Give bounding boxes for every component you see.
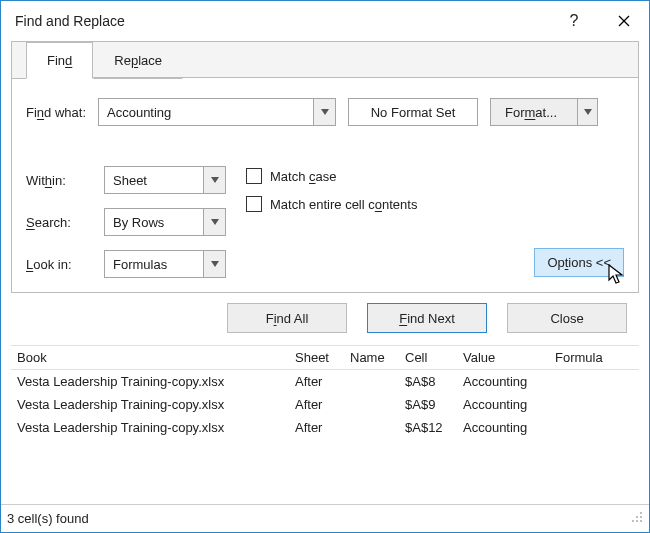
search-combo[interactable]: By Rows	[104, 208, 226, 236]
col-value[interactable]: Value	[463, 350, 555, 365]
close-icon	[618, 15, 630, 27]
results-table: Book Sheet Name Cell Value Formula Vesta…	[11, 345, 639, 439]
tab-replace[interactable]: Replace	[93, 42, 183, 79]
format-button[interactable]: Format...	[490, 98, 598, 126]
tab-find[interactable]: Find	[26, 42, 93, 79]
col-book[interactable]: Book	[17, 350, 295, 365]
chevron-down-icon[interactable]	[203, 251, 225, 277]
search-label: Search:	[26, 215, 96, 230]
lookin-combo[interactable]: Formulas	[104, 250, 226, 278]
cell-book: Vesta Leadership Training-copy.xlsx	[17, 397, 295, 412]
match-case-label: Match case	[270, 169, 336, 184]
svg-point-7	[640, 520, 642, 522]
titlebar: Find and Replace ?	[1, 1, 649, 41]
find-next-button[interactable]: Find Next	[367, 303, 487, 333]
cell-ref: $A$8	[405, 374, 463, 389]
results-header: Book Sheet Name Cell Value Formula	[11, 345, 639, 370]
within-label: Within:	[26, 173, 96, 188]
cell-book: Vesta Leadership Training-copy.xlsx	[17, 374, 295, 389]
cell-formula	[555, 420, 633, 435]
status-text: 3 cell(s) found	[7, 511, 89, 526]
left-options: Within: Sheet Search: By Rows Look in:	[26, 166, 226, 278]
cell-name	[350, 374, 405, 389]
close-window-button[interactable]	[599, 2, 649, 40]
options-area: Within: Sheet Search: By Rows Look in:	[26, 166, 624, 278]
table-row[interactable]: Vesta Leadership Training-copy.xlsxAfter…	[11, 370, 639, 393]
search-value: By Rows	[105, 215, 203, 230]
within-combo[interactable]: Sheet	[104, 166, 226, 194]
tabs-row: Find Replace	[12, 42, 638, 78]
chevron-down-icon[interactable]	[577, 99, 597, 125]
cell-value: Accounting	[463, 374, 555, 389]
cell-sheet: After	[295, 420, 350, 435]
cell-formula	[555, 397, 633, 412]
tab-body: Find what: No Format Set Format... Withi…	[12, 78, 638, 292]
find-what-input[interactable]	[99, 99, 313, 125]
table-row[interactable]: Vesta Leadership Training-copy.xlsxAfter…	[11, 416, 639, 439]
lookin-value: Formulas	[105, 257, 203, 272]
cell-formula	[555, 374, 633, 389]
help-button[interactable]: ?	[549, 2, 599, 40]
cell-book: Vesta Leadership Training-copy.xlsx	[17, 420, 295, 435]
match-case-checkbox[interactable]: Match case	[246, 168, 624, 184]
svg-point-3	[636, 516, 638, 518]
find-all-button[interactable]: Find All	[227, 303, 347, 333]
col-cell[interactable]: Cell	[405, 350, 463, 365]
checkbox-box	[246, 196, 262, 212]
results-body: Vesta Leadership Training-copy.xlsxAfter…	[11, 370, 639, 439]
svg-point-2	[640, 512, 642, 514]
find-what-combo[interactable]	[98, 98, 336, 126]
format-preview: No Format Set	[348, 98, 478, 126]
col-sheet[interactable]: Sheet	[295, 350, 350, 365]
find-replace-dialog: Find and Replace ? Find Replace Find wha…	[0, 0, 650, 533]
resize-grip-icon[interactable]	[631, 511, 643, 526]
cell-sheet: After	[295, 397, 350, 412]
cell-value: Accounting	[463, 420, 555, 435]
table-row[interactable]: Vesta Leadership Training-copy.xlsxAfter…	[11, 393, 639, 416]
cell-name	[350, 397, 405, 412]
cell-name	[350, 420, 405, 435]
col-name[interactable]: Name	[350, 350, 405, 365]
lookin-label: Look in:	[26, 257, 96, 272]
statusbar: 3 cell(s) found	[1, 504, 649, 532]
within-value: Sheet	[105, 173, 203, 188]
action-buttons: Find All Find Next Close	[11, 293, 639, 345]
dialog-title: Find and Replace	[15, 13, 549, 29]
svg-point-6	[636, 520, 638, 522]
cell-value: Accounting	[463, 397, 555, 412]
tabs-panel: Find Replace Find what: No Format Set Fo…	[11, 41, 639, 293]
cell-sheet: After	[295, 374, 350, 389]
find-what-row: Find what: No Format Set Format...	[26, 98, 624, 126]
col-formula[interactable]: Formula	[555, 350, 633, 365]
match-entire-label: Match entire cell contents	[270, 197, 417, 212]
main-area: Find Replace Find what: No Format Set Fo…	[1, 41, 649, 449]
svg-point-4	[640, 516, 642, 518]
close-button[interactable]: Close	[507, 303, 627, 333]
right-options: Match case Match entire cell contents Op…	[246, 166, 624, 278]
match-entire-checkbox[interactable]: Match entire cell contents	[246, 196, 624, 212]
options-toggle-button[interactable]: Options <<	[534, 248, 624, 277]
chevron-down-icon[interactable]	[203, 167, 225, 193]
cell-ref: $A$9	[405, 397, 463, 412]
cell-ref: $A$12	[405, 420, 463, 435]
checkbox-box	[246, 168, 262, 184]
svg-point-5	[632, 520, 634, 522]
find-what-label: Find what:	[26, 105, 86, 120]
chevron-down-icon[interactable]	[313, 99, 335, 125]
chevron-down-icon[interactable]	[203, 209, 225, 235]
